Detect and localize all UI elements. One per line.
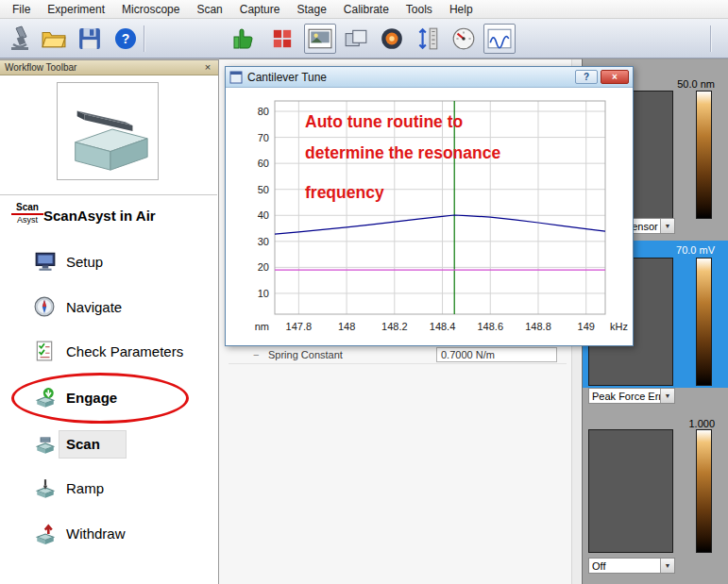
meter-icon	[451, 26, 476, 51]
workflow-mode-row: Scan Asyst ScanAsyst in Air	[0, 203, 218, 231]
nanoscope-window: File Experiment Microscope Scan Capture …	[0, 0, 728, 584]
svg-text:148.8: 148.8	[525, 321, 551, 332]
annotation-line: determine the resonance	[305, 138, 500, 169]
engage-target-icon	[380, 26, 404, 51]
help-icon: ?	[114, 27, 137, 50]
workflow-divider	[0, 194, 217, 195]
configure-button[interactable]	[266, 24, 298, 54]
svg-text:147.8: 147.8	[286, 321, 313, 332]
menu-experiment[interactable]: Experiment	[39, 1, 113, 18]
svg-text:20: 20	[258, 261, 269, 273]
svg-text:148: 148	[338, 321, 355, 332]
svg-text:148.2: 148.2	[381, 321, 408, 332]
menu-file[interactable]: File	[4, 1, 39, 18]
microscope-icon	[8, 25, 32, 52]
channel-1-colorbar	[696, 91, 712, 219]
menu-bar: File Experiment Microscope Scan Capture …	[0, 0, 728, 19]
svg-text:30: 30	[258, 236, 269, 247]
param-value-field[interactable]: 0.7000 N/m	[436, 347, 557, 362]
workflow-item-label: Scan	[66, 436, 100, 452]
svg-text:40: 40	[258, 209, 269, 221]
workflow-title: Workflow Toolbar	[5, 62, 76, 73]
menu-microscope[interactable]: Microscope	[113, 1, 188, 18]
toolbar-separator-end	[710, 25, 712, 52]
tile-windows-button[interactable]	[340, 24, 372, 54]
meter-button[interactable]	[448, 24, 480, 54]
param-label: Spring Constant	[268, 349, 343, 360]
dialog-window-icon	[229, 71, 243, 84]
menu-calibrate[interactable]: Calibrate	[335, 1, 398, 18]
scanasyst-logo: Scan Asyst	[11, 203, 43, 225]
main-toolbar: ?	[0, 19, 728, 58]
thumb-icon	[231, 27, 254, 50]
engage-highlight-ellipse	[11, 373, 189, 424]
channel-2-dropdown[interactable]: Peak Force Error ▼	[588, 388, 675, 404]
workflow-item-scan[interactable]: Scan	[0, 430, 218, 459]
cantilever-tune-dialog: Cantilever Tune ? × 147.8148148.2148.414…	[225, 66, 634, 346]
dialog-titlebar[interactable]: Cantilever Tune ? ×	[226, 67, 633, 88]
workflow-item-setup[interactable]: Setup	[0, 248, 218, 276]
chevron-down-icon[interactable]: ▼	[660, 219, 674, 233]
workflow-item-label: Withdraw	[66, 526, 126, 542]
withdraw-icon	[34, 523, 57, 545]
dialog-title: Cantilever Tune	[247, 71, 575, 84]
svg-text:kHz: kHz	[610, 321, 628, 332]
workflow-item-ramp[interactable]: Ramp	[0, 475, 218, 503]
cantilever-preview	[57, 82, 159, 180]
menu-tools[interactable]: Tools	[398, 1, 441, 18]
channel-3-dropdown[interactable]: Off ▼	[588, 558, 675, 574]
measure-button[interactable]	[412, 24, 444, 54]
ramp-icon	[34, 477, 57, 500]
workflow-item-label: Ramp	[66, 480, 104, 496]
tile-windows-icon	[344, 28, 368, 49]
close-icon[interactable]: ×	[201, 60, 214, 75]
signal-view-button[interactable]	[483, 24, 516, 54]
navigate-sample-button[interactable]	[227, 24, 259, 54]
param-row-spring-constant: − Spring Constant 0.7000 N/m	[229, 346, 567, 364]
dialog-help-button[interactable]: ?	[575, 70, 598, 84]
svg-text:50: 50	[258, 184, 269, 195]
annotation-line: Auto tune routine to	[305, 107, 500, 138]
save-button[interactable]	[74, 24, 106, 54]
navigate-icon	[34, 296, 55, 317]
image-view-button[interactable]	[304, 24, 336, 54]
annotation-line: frequency	[305, 177, 500, 209]
tree-collapse-icon[interactable]: −	[253, 349, 259, 360]
check-parameters-icon	[34, 341, 55, 361]
chevron-down-icon[interactable]: ▼	[660, 559, 674, 573]
dialog-close-button[interactable]: ×	[601, 70, 629, 84]
workflow-item-navigate[interactable]: Navigate	[0, 293, 218, 322]
open-file-icon	[42, 28, 66, 49]
engage-target-button[interactable]	[376, 24, 408, 54]
menu-help[interactable]: Help	[441, 1, 482, 18]
dialog-body: 147.8148148.2148.4148.6148.8149102030405…	[226, 88, 633, 345]
open-file-button[interactable]	[38, 24, 70, 54]
save-icon	[78, 27, 101, 50]
microscope-button[interactable]	[4, 24, 36, 54]
svg-text:80: 80	[258, 106, 269, 117]
workflow-item-check-parameters[interactable]: Check Parameters	[0, 338, 218, 366]
svg-text:60: 60	[258, 158, 269, 169]
puzzle-icon	[272, 28, 293, 49]
ruler-icon	[415, 26, 440, 51]
menu-scan[interactable]: Scan	[188, 1, 230, 18]
workflow-titlebar: Workflow Toolbar ×	[0, 60, 218, 75]
svg-text:148.4: 148.4	[430, 321, 456, 332]
menu-capture[interactable]: Capture	[231, 1, 289, 18]
workflow-item-label: Check Parameters	[66, 343, 183, 359]
cantilever-illustration-icon	[59, 85, 157, 177]
chevron-down-icon[interactable]: ▼	[660, 389, 674, 403]
signal-wave-icon	[487, 28, 512, 49]
workflow-item-withdraw[interactable]: Withdraw	[0, 520, 218, 548]
channel-3-image[interactable]	[588, 429, 673, 553]
channel-3-colorbar	[696, 429, 712, 553]
svg-text:nm: nm	[255, 321, 269, 332]
svg-text:148.6: 148.6	[477, 321, 503, 332]
svg-text:10: 10	[258, 288, 269, 299]
menu-stage[interactable]: Stage	[288, 1, 334, 18]
scan-icon	[34, 433, 57, 456]
setup-icon	[34, 251, 57, 272]
help-button[interactable]: ?	[110, 24, 142, 54]
channel-2-colorbar	[696, 258, 712, 386]
workflow-item-label: Setup	[66, 254, 103, 270]
